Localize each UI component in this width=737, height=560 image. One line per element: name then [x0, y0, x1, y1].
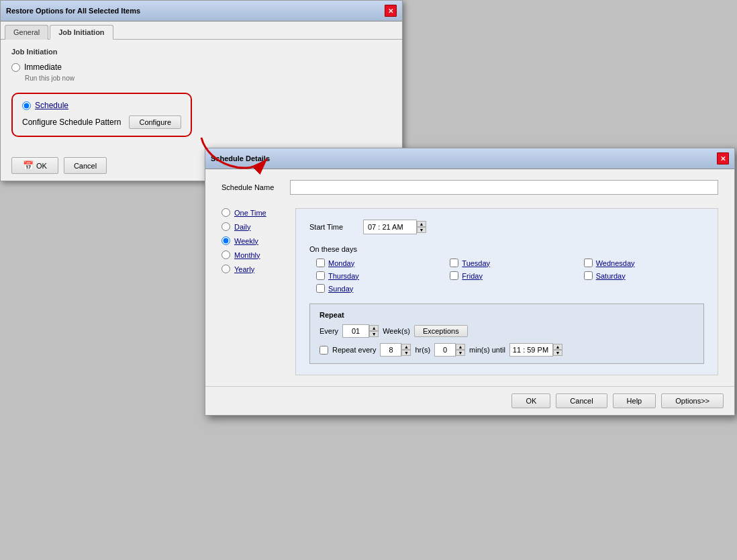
start-time-spinner: 07 : 21 AM ▲ ▼	[363, 220, 426, 234]
schedule-content: Schedule Name One Time Daily Weekly	[205, 169, 734, 386]
tuesday-label[interactable]: Tuesday	[462, 259, 490, 267]
repeat-every-checkbox[interactable]	[320, 346, 328, 355]
every-label: Every	[320, 327, 338, 335]
daily-radio[interactable]	[222, 222, 230, 231]
restore-ok-button[interactable]: 📅 OK	[11, 157, 58, 174]
until-spinner: 11 : 59 PM ▲ ▼	[509, 343, 562, 357]
schedule-dialog-titlebar: Schedule Details ✕	[205, 148, 734, 169]
saturday-label[interactable]: Saturday	[596, 272, 626, 280]
restore-dialog-titlebar: Restore Options for All Selected Items ✕	[1, 1, 402, 21]
schedule-dialog-title: Schedule Details	[211, 154, 270, 162]
wednesday-label[interactable]: Wednesday	[596, 259, 635, 267]
restore-dialog-title: Restore Options for All Selected Items	[6, 7, 140, 15]
saturday-check: Saturday	[584, 271, 704, 280]
schedule-help-button[interactable]: Help	[613, 393, 656, 408]
configure-schedule-row: Configure Schedule Pattern Configure	[22, 115, 181, 129]
weeks-label: Week(s)	[383, 327, 410, 335]
schedule-cancel-button[interactable]: Cancel	[556, 393, 607, 408]
every-down[interactable]: ▼	[369, 331, 379, 337]
every-spinner: ▲ ▼	[342, 324, 379, 338]
tab-general[interactable]: General	[5, 25, 48, 40]
weekly-radio[interactable]	[222, 236, 230, 245]
hr-down[interactable]: ▼	[401, 350, 411, 356]
schedule-option: Schedule	[22, 101, 181, 110]
schedule-footer: OK Cancel Help Options>>	[205, 386, 734, 415]
every-value-input[interactable]	[342, 324, 369, 338]
monday-label[interactable]: Monday	[328, 259, 354, 267]
until-time-value[interactable]: 11 : 59 PM	[509, 343, 553, 357]
min-up[interactable]: ▲	[456, 344, 465, 350]
sunday-label[interactable]: Sunday	[328, 285, 353, 293]
configure-schedule-label: Configure Schedule Pattern	[22, 118, 121, 127]
monday-check: Monday	[316, 259, 436, 267]
restore-dialog-close-button[interactable]: ✕	[385, 5, 397, 17]
tuesday-check: Tuesday	[450, 259, 570, 267]
until-down[interactable]: ▼	[553, 350, 562, 356]
schedule-name-input[interactable]	[290, 180, 718, 195]
weekly-label[interactable]: Weekly	[234, 237, 258, 245]
one-time-label[interactable]: One Time	[234, 209, 266, 217]
schedule-label[interactable]: Schedule	[35, 101, 68, 110]
monthly-radio[interactable]	[222, 250, 230, 259]
thursday-checkbox[interactable]	[316, 271, 325, 280]
hr-spinner-buttons: ▲ ▼	[401, 344, 411, 356]
immediate-option: Immediate	[11, 62, 391, 72]
days-section: On these days Monday Tuesday	[309, 245, 704, 293]
thursday-label[interactable]: Thursday	[328, 272, 359, 280]
monday-checkbox[interactable]	[316, 259, 325, 267]
immediate-radio[interactable]	[11, 63, 20, 72]
min-value-input[interactable]	[434, 343, 456, 357]
exceptions-button[interactable]: Exceptions	[414, 325, 468, 337]
frequency-panel: One Time Daily Weekly Monthly Yearly	[222, 208, 295, 375]
start-time-up[interactable]: ▲	[417, 221, 426, 227]
wednesday-check: Wednesday	[584, 259, 704, 267]
yearly-option: Yearly	[222, 265, 285, 273]
repeat-row2: Repeat every ▲ ▼ hr(s) ▲	[320, 343, 694, 357]
start-time-down[interactable]: ▼	[417, 227, 426, 233]
friday-checkbox[interactable]	[450, 271, 458, 280]
hr-value-input[interactable]	[380, 343, 401, 357]
days-grid: Monday Tuesday Wednesday	[316, 259, 704, 293]
repeat-row1: Every ▲ ▼ Week(s) Exceptions	[320, 324, 694, 338]
start-time-value[interactable]: 07 : 21 AM	[363, 220, 417, 234]
details-panel: Start Time 07 : 21 AM ▲ ▼ On these days	[295, 208, 718, 375]
restore-cancel-button[interactable]: Cancel	[64, 157, 107, 174]
repeat-title: Repeat	[320, 311, 694, 319]
sunday-check: Sunday	[316, 284, 436, 293]
tuesday-checkbox[interactable]	[450, 259, 458, 267]
repeat-every-label[interactable]: Repeat every	[332, 346, 376, 354]
restore-dialog-body: Job Initiation Immediate Run this job no…	[1, 40, 402, 150]
schedule-dialog-close-button[interactable]: ✕	[717, 152, 729, 165]
min-down[interactable]: ▼	[456, 350, 465, 356]
daily-option: Daily	[222, 222, 285, 231]
weekly-option: Weekly	[222, 236, 285, 245]
hr-up[interactable]: ▲	[401, 344, 411, 350]
sunday-checkbox[interactable]	[316, 284, 325, 293]
tab-job-initiation[interactable]: Job Initiation	[50, 25, 113, 40]
hr-label: hr(s)	[415, 346, 430, 354]
yearly-radio[interactable]	[222, 265, 230, 273]
min-spinner-buttons: ▲ ▼	[456, 344, 465, 356]
wednesday-checkbox[interactable]	[584, 259, 593, 267]
immediate-label[interactable]: Immediate	[24, 62, 62, 72]
one-time-radio[interactable]	[222, 208, 230, 217]
daily-label[interactable]: Daily	[234, 223, 250, 231]
ok-icon: 📅	[23, 160, 34, 171]
friday-label[interactable]: Friday	[462, 272, 483, 280]
min-label: min(s) until	[469, 346, 505, 354]
monthly-label[interactable]: Monthly	[234, 251, 260, 259]
saturday-checkbox[interactable]	[584, 271, 593, 280]
job-initiation-section-label: Job Initiation	[11, 48, 391, 56]
schedule-highlighted-box: Schedule Configure Schedule Pattern Conf…	[11, 93, 192, 137]
on-these-days-label: On these days	[309, 245, 704, 253]
every-up[interactable]: ▲	[369, 325, 379, 331]
every-spinner-buttons: ▲ ▼	[369, 325, 379, 337]
configure-button[interactable]: Configure	[129, 115, 181, 129]
until-up[interactable]: ▲	[553, 344, 562, 350]
schedule-radio[interactable]	[22, 101, 31, 110]
yearly-label[interactable]: Yearly	[234, 265, 254, 273]
schedule-ok-button[interactable]: OK	[511, 393, 550, 408]
schedule-options-button[interactable]: Options>>	[661, 393, 724, 408]
schedule-details-dialog: Schedule Details ✕ Schedule Name One Tim…	[205, 148, 735, 416]
thursday-check: Thursday	[316, 271, 436, 280]
